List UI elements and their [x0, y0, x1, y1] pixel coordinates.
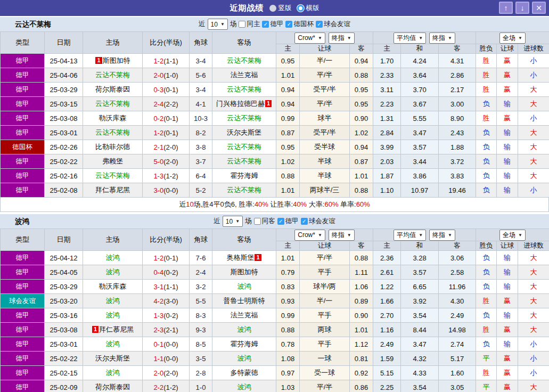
- home-odds: 0.87: [276, 126, 300, 140]
- checkbox-icon[interactable]: ✓: [316, 21, 323, 28]
- col-score: 比分(半场): [143, 229, 190, 251]
- handicap-line: 半/一: [300, 294, 350, 308]
- away-odds: 0.95: [350, 97, 373, 111]
- layout-radio-vertical[interactable]: 竖版: [269, 4, 292, 13]
- match-row: 德甲25-03-01波鸿0-1(0-0)8-5霍芬海姆0.78平手1.122.4…: [1, 337, 549, 352]
- col-avg-home: 主: [373, 241, 401, 251]
- league-filter[interactable]: ✓球会友谊: [301, 217, 335, 226]
- scroll-up-button[interactable]: ↑: [499, 2, 513, 14]
- away-team: 霍芬海姆: [212, 169, 276, 183]
- league-filter[interactable]: ✓球会友谊: [316, 20, 350, 29]
- corner-score: 3-5: [190, 352, 212, 366]
- avg-draw-odds: 3.54: [401, 308, 439, 323]
- away-odds: 0.88: [350, 251, 373, 265]
- avg-away-odds: 1.88: [439, 140, 476, 154]
- full-time-score: 2-4: [153, 100, 163, 108]
- avg-draw-odds: 3.86: [401, 169, 439, 183]
- match-date: 25-03-08: [45, 323, 83, 337]
- checkbox-icon[interactable]: [239, 21, 245, 28]
- team-name: 云达不莱梅: [15, 20, 51, 29]
- avg-draw-odds: 10.97: [401, 183, 439, 198]
- average-select[interactable]: 平均值▼: [394, 230, 426, 241]
- away-team: 霍芬海姆: [212, 337, 276, 352]
- scroll-down-button[interactable]: ↓: [515, 2, 529, 14]
- bookmaker-select[interactable]: Crow*▼: [294, 230, 325, 241]
- avg-home-odds: 2.36: [373, 251, 401, 265]
- competition-badge: 德国杯: [1, 140, 45, 154]
- avg-away-odds: 8.90: [439, 111, 476, 126]
- avg-away-odds: 2.74: [439, 337, 476, 352]
- page-title: 近期战绩: [230, 3, 264, 13]
- match-count-select[interactable]: 10 ▼: [223, 216, 243, 227]
- full-time-score: 3-1: [153, 283, 163, 291]
- avg-time-select[interactable]: 终指▼: [429, 230, 455, 241]
- odds-time-select[interactable]: 终指▼: [329, 32, 355, 44]
- same-venue-filter[interactable]: 同主: [239, 20, 260, 29]
- home-team: 波鸿: [83, 265, 143, 280]
- checkbox-icon[interactable]: ✓: [285, 21, 292, 28]
- league-filter-label: 球会友谊: [324, 20, 350, 29]
- same-venue-filter[interactable]: 同客: [254, 217, 275, 226]
- corner-score: 8-5: [190, 337, 212, 352]
- radio-off-icon[interactable]: [269, 5, 276, 12]
- games-label: 场: [230, 20, 237, 29]
- home-team: 勒沃库森: [83, 111, 143, 126]
- result-winloss: 负: [476, 97, 497, 111]
- radio-on-icon[interactable]: [297, 5, 304, 12]
- avg-away-odds: 3.72: [439, 154, 476, 169]
- match-count-select[interactable]: 10 ▼: [208, 19, 228, 30]
- away-team: 云达不莱梅: [212, 140, 276, 154]
- full-time-score: 2-0: [153, 369, 163, 377]
- odds-time-select[interactable]: 终指▼: [329, 230, 355, 241]
- result-goals: 大: [518, 154, 549, 169]
- team-name-cell: 霍芬海姆: [231, 172, 258, 179]
- handicap-line: 受半球: [300, 140, 350, 154]
- away-team: 波鸿: [212, 280, 276, 294]
- league-filter-label: 德甲: [285, 217, 299, 226]
- result-goals: 小: [518, 183, 549, 198]
- league-filter[interactable]: ✓德甲: [277, 217, 299, 226]
- team-name-cell: 云达不莱梅: [95, 128, 130, 136]
- avg-away-odds: 5.17: [439, 352, 476, 366]
- home-team: 云达不莱梅: [83, 126, 143, 140]
- match-row: 德甲25-02-22沃尔夫斯堡1-1(0-0)3-5波鸿1.08一球0.811.…: [1, 352, 549, 366]
- half-time-score: (1-0): [163, 71, 178, 79]
- period-select[interactable]: 全场▼: [499, 32, 526, 44]
- league-filter[interactable]: ✓德国杯: [285, 20, 314, 29]
- layout-radio-horizontal[interactable]: 横版: [297, 4, 319, 13]
- team-name-cell: 霍芬海姆: [231, 340, 258, 348]
- away-odds: 0.87: [350, 154, 373, 169]
- team-name-cell: 斯图加特: [103, 56, 130, 64]
- col-type: 类型: [1, 229, 45, 251]
- away-team: 云达不莱梅: [212, 154, 276, 169]
- checkbox-icon[interactable]: ✓: [262, 21, 269, 28]
- team-name: 波鸿: [15, 217, 29, 226]
- team-name-cell: 荷尔斯泰因: [95, 85, 130, 93]
- league-filter-label: 球会友谊: [309, 217, 335, 226]
- match-date: 25-02-16: [45, 169, 83, 183]
- half-time-score: (1-2): [163, 383, 178, 391]
- result-winloss: 负: [476, 265, 497, 280]
- avg-time-select[interactable]: 终指▼: [429, 32, 455, 44]
- half-time-score: (0-1): [163, 115, 178, 123]
- bookmaker-select[interactable]: Crow*▼: [294, 32, 325, 44]
- match-row: 德甲25-02-09荷尔斯泰因2-2(1-2)1-0波鸿1.03平/半0.862…: [1, 380, 549, 392]
- team-name-cell: 波鸿: [106, 297, 120, 305]
- checkbox-icon[interactable]: ✓: [301, 218, 308, 225]
- score-cell: 2-3(2-1): [143, 323, 190, 337]
- team-name-cell: 云达不莱梅: [227, 114, 261, 122]
- home-team: 波鸿: [83, 294, 143, 308]
- close-button[interactable]: ✕: [532, 2, 546, 14]
- checkbox-icon[interactable]: ✓: [277, 218, 284, 225]
- avg-home-odds: 2.70: [373, 308, 401, 323]
- down-arrow-icon: ↓: [521, 4, 525, 12]
- result-goals: 小: [518, 54, 549, 68]
- period-select[interactable]: 全场▼: [499, 230, 526, 241]
- half-time-score: (2-2): [163, 100, 178, 108]
- checkbox-icon[interactable]: [254, 218, 261, 225]
- league-filter[interactable]: ✓德甲: [262, 20, 283, 29]
- home-team: 波鸿: [83, 366, 143, 380]
- average-select[interactable]: 平均值▼: [394, 32, 426, 44]
- chevron-down-icon: ▼: [419, 233, 423, 238]
- competition-badge: 德甲: [1, 126, 45, 140]
